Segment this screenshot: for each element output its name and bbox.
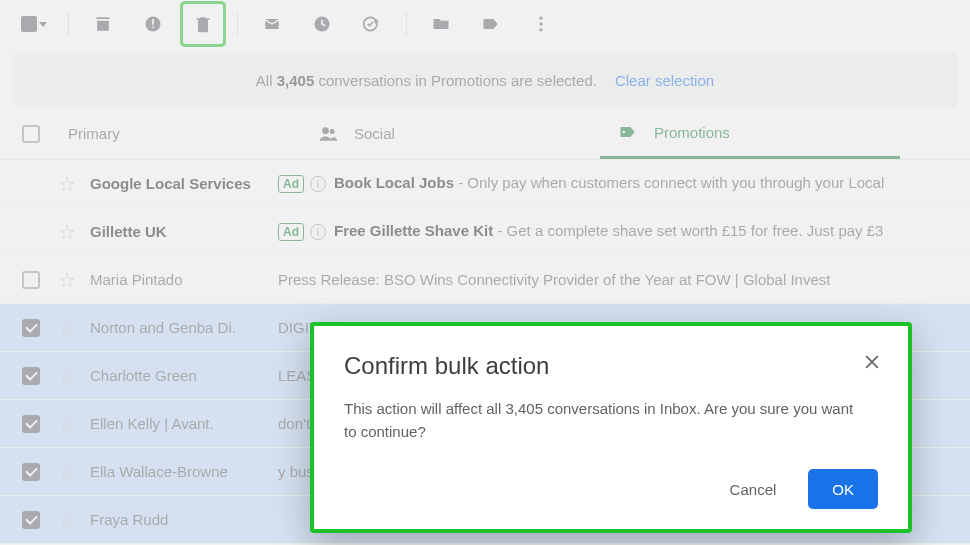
- toolbar-separator: [406, 12, 407, 36]
- tab-social[interactable]: Social: [300, 108, 600, 159]
- svg-point-6: [539, 22, 542, 25]
- info-icon[interactable]: i: [310, 176, 326, 192]
- toolbar: [0, 0, 970, 48]
- tab-label: Social: [354, 125, 395, 142]
- star-icon[interactable]: ☆: [58, 316, 76, 340]
- cancel-button[interactable]: Cancel: [706, 469, 801, 509]
- toolbar-separator: [237, 12, 238, 36]
- svg-rect-2: [152, 27, 154, 29]
- star-icon[interactable]: ☆: [58, 220, 76, 244]
- info-icon[interactable]: i: [310, 224, 326, 240]
- svg-rect-1: [152, 19, 154, 25]
- tab-label: Primary: [68, 125, 120, 142]
- move-to-icon[interactable]: [421, 4, 461, 44]
- confirm-dialog: Confirm bulk action This action will aff…: [310, 322, 912, 533]
- ok-button[interactable]: OK: [808, 469, 878, 509]
- svg-point-10: [623, 131, 626, 134]
- dialog-title: Confirm bulk action: [344, 352, 878, 380]
- tab-select-checkbox[interactable]: [22, 125, 40, 143]
- email-row[interactable]: ☆Maria PintadoPress Release: BSO Wins Co…: [0, 256, 970, 304]
- sender: Charlotte Green: [90, 367, 278, 384]
- select-all-dropdown[interactable]: [14, 4, 54, 44]
- archive-icon[interactable]: [83, 4, 123, 44]
- subject: AdiFree Gillette Shave Kit - Get a compl…: [278, 222, 883, 241]
- svg-point-5: [539, 17, 542, 20]
- star-icon[interactable]: ☆: [58, 172, 76, 196]
- svg-point-7: [539, 28, 542, 31]
- spam-icon[interactable]: [133, 4, 173, 44]
- sender: Google Local Services: [90, 175, 278, 192]
- email-row[interactable]: ☆Google Local ServicesAdiBook Local Jobs…: [0, 160, 970, 208]
- clear-selection-link[interactable]: Clear selection: [615, 72, 714, 89]
- banner-text: All 3,405 conversations in Promotions ar…: [256, 72, 597, 89]
- row-checkbox[interactable]: [22, 271, 40, 289]
- tab-primary[interactable]: Primary: [0, 108, 300, 159]
- star-icon[interactable]: ☆: [58, 412, 76, 436]
- star-icon[interactable]: ☆: [58, 508, 76, 532]
- sender: Ellen Kelly | Avant.: [90, 415, 278, 432]
- category-tabs: Primary Social Promotions: [0, 108, 970, 160]
- subject: Press Release: BSO Wins Connectivity Pro…: [278, 271, 830, 288]
- selection-banner: All 3,405 conversations in Promotions ar…: [12, 52, 958, 108]
- ad-badge: Ad: [278, 175, 304, 193]
- row-checkbox[interactable]: [22, 319, 40, 337]
- email-row[interactable]: ☆Gillette UKAdiFree Gillette Shave Kit -…: [0, 208, 970, 256]
- labels-icon[interactable]: [471, 4, 511, 44]
- star-icon[interactable]: ☆: [58, 268, 76, 292]
- svg-point-8: [322, 127, 329, 134]
- ad-badge: Ad: [278, 223, 304, 241]
- people-icon: [318, 124, 338, 144]
- delete-icon[interactable]: [183, 4, 223, 44]
- sender: Gillette UK: [90, 223, 278, 240]
- star-icon[interactable]: ☆: [58, 460, 76, 484]
- row-checkbox[interactable]: [22, 463, 40, 481]
- snooze-icon[interactable]: [302, 4, 342, 44]
- sender: Maria Pintado: [90, 271, 278, 288]
- subject: AdiBook Local Jobs - Only pay when custo…: [278, 174, 884, 193]
- mark-read-icon[interactable]: [252, 4, 292, 44]
- star-icon[interactable]: ☆: [58, 364, 76, 388]
- sender: Ella Wallace-Browne: [90, 463, 278, 480]
- row-checkbox[interactable]: [22, 367, 40, 385]
- tag-icon: [618, 122, 638, 142]
- sender: Fraya Rudd: [90, 511, 278, 528]
- close-icon[interactable]: [858, 348, 886, 376]
- row-checkbox[interactable]: [22, 511, 40, 529]
- add-task-icon[interactable]: [352, 4, 392, 44]
- tab-promotions[interactable]: Promotions: [600, 108, 900, 159]
- sender: Norton and Genba Di.: [90, 319, 278, 336]
- more-icon[interactable]: [521, 4, 561, 44]
- dialog-body: This action will affect all 3,405 conver…: [344, 398, 864, 443]
- svg-point-9: [330, 129, 335, 134]
- toolbar-separator: [68, 12, 69, 36]
- row-checkbox[interactable]: [22, 415, 40, 433]
- tab-label: Promotions: [654, 124, 730, 141]
